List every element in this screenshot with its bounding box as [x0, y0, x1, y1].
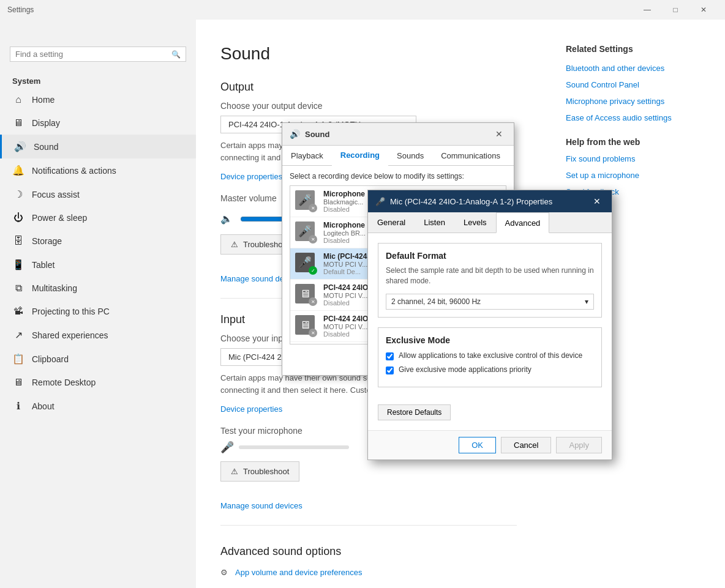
- output-device-properties-link[interactable]: Device properties: [220, 172, 282, 181]
- related-link-sound-control[interactable]: Sound Control Panel: [566, 80, 713, 89]
- sound-dialog-icon: 🔊: [290, 129, 300, 139]
- disabled-badge-pci424-2: ✕: [309, 329, 317, 337]
- sound-icon: 🔊: [14, 141, 26, 152]
- input-device-properties-link[interactable]: Device properties: [220, 404, 282, 414]
- disabled-badge-blackmagic: ✕: [309, 204, 317, 212]
- display-icon: 🖥: [12, 117, 24, 128]
- sliders-icon: ⚙: [220, 568, 228, 577]
- tab-playback[interactable]: Playback: [282, 146, 332, 165]
- input-troubleshoot-button[interactable]: ⚠ Troubleshoot: [220, 461, 299, 482]
- tab-sounds[interactable]: Sounds: [388, 146, 432, 165]
- power-icon: ⏻: [12, 212, 24, 223]
- help-link-microphone[interactable]: Set up a microphone: [566, 171, 713, 180]
- manage-sound-devices-link[interactable]: Manage sound devices: [220, 501, 302, 510]
- help-from-web-title: Help from the web: [566, 137, 713, 147]
- tab-communications[interactable]: Communications: [432, 146, 509, 165]
- sidebar-item-notifications[interactable]: 🔔 Notifications & actions: [0, 158, 196, 182]
- sidebar-item-sound[interactable]: 🔊 Sound: [0, 135, 196, 158]
- app-title: Settings: [7, 6, 34, 14]
- sidebar-item-label: Shared experiences: [32, 330, 108, 340]
- sidebar-search-container[interactable]: 🔍: [10, 47, 186, 62]
- sidebar-item-focus[interactable]: ☽ Focus assist: [0, 182, 196, 206]
- clipboard-icon: 📋: [12, 353, 24, 365]
- help-link-fix-sound[interactable]: Fix sound problems: [566, 154, 713, 163]
- sidebar-item-display[interactable]: 🖥 Display: [0, 111, 196, 135]
- sidebar-item-about[interactable]: ℹ About: [0, 394, 196, 418]
- cancel-button[interactable]: Cancel: [501, 437, 551, 453]
- notifications-icon: 🔔: [12, 165, 24, 176]
- sidebar: 🔍 System ⌂ Home 🖥 Display 🔊 Sound 🔔 Noti…: [0, 20, 196, 588]
- exclusive-control-label: Allow applications to take exclusive con…: [399, 351, 582, 360]
- recording-instruction: Select a recording device below to modif…: [290, 172, 506, 180]
- tab-advanced[interactable]: Advanced: [496, 212, 550, 233]
- sidebar-item-multitasking[interactable]: ⧉ Multitasking: [0, 277, 196, 300]
- sidebar-item-label: Storage: [32, 236, 62, 246]
- related-link-ease-access[interactable]: Ease of Access audio settings: [566, 113, 713, 122]
- sound-dialog-title: Sound: [305, 130, 329, 139]
- restore-defaults-button[interactable]: Restore Defaults: [378, 404, 451, 420]
- tab-general[interactable]: General: [368, 212, 415, 233]
- output-title: Output: [220, 81, 517, 94]
- sidebar-item-label: Tablet: [32, 260, 54, 270]
- related-link-microphone-privacy[interactable]: Microphone privacy settings: [566, 97, 713, 106]
- checkbox-row-exclusive: Allow applications to take exclusive con…: [386, 351, 594, 360]
- props-dialog-body: Default Format Select the sample rate an…: [368, 233, 612, 430]
- search-input[interactable]: [15, 50, 171, 59]
- disabled-badge-logitech: ✕: [309, 235, 317, 244]
- storage-icon: 🗄: [12, 236, 24, 247]
- sidebar-item-shared[interactable]: ↗ Shared experiences: [0, 323, 196, 347]
- sound-dialog-close-button[interactable]: ✕: [492, 128, 506, 140]
- exclusive-priority-checkbox[interactable]: [386, 367, 394, 374]
- sidebar-item-label: Focus assist: [32, 190, 80, 199]
- device-icon-pci424-1: 🖥 ✕: [295, 284, 317, 306]
- device-icon-pci424-2: 🖥 ✕: [295, 315, 317, 337]
- sidebar-item-label: Sound: [34, 142, 58, 152]
- title-bar: Settings — □ ✕: [0, 0, 725, 20]
- sidebar-item-storage[interactable]: 🗄 Storage: [0, 229, 196, 253]
- sound-dialog-title-bar: 🔊 Sound ✕: [282, 123, 514, 146]
- sidebar-item-label: About: [32, 401, 54, 411]
- format-dropdown[interactable]: 2 channel, 24 bit, 96000 Hz ▾: [386, 294, 594, 310]
- props-dialog-close-button[interactable]: ✕: [590, 195, 604, 207]
- sidebar-item-tablet[interactable]: 📱 Tablet: [0, 253, 196, 277]
- exclusive-control-checkbox[interactable]: [386, 352, 394, 360]
- format-value: 2 channel, 24 bit, 96000 Hz: [391, 297, 481, 306]
- sidebar-item-label: Home: [32, 95, 54, 105]
- close-button[interactable]: ✕: [689, 0, 718, 20]
- sound-dialog-tabs: Playback Recording Sounds Communications: [282, 146, 514, 166]
- tab-levels[interactable]: Levels: [454, 212, 496, 233]
- props-dialog-tabs: General Listen Levels Advanced: [368, 212, 612, 233]
- sidebar-item-clipboard[interactable]: 📋 Clipboard: [0, 347, 196, 371]
- tab-recording[interactable]: Recording: [332, 146, 388, 166]
- ok-button[interactable]: OK: [459, 437, 496, 453]
- tab-listen[interactable]: Listen: [415, 212, 454, 233]
- app-volume-row: ⚙ App volume and device preferences: [220, 565, 517, 579]
- mic-level-bar: [239, 445, 349, 449]
- input-troubleshoot-label: Troubleshoot: [243, 467, 289, 476]
- warning-icon-input: ⚠: [231, 467, 238, 476]
- properties-dialog: 🎤 Mic (PCI-424 24IO-1:Analog-A 1-2) Prop…: [367, 190, 612, 460]
- tablet-icon: 📱: [12, 259, 24, 270]
- minimize-button[interactable]: —: [633, 0, 661, 20]
- sidebar-item-home[interactable]: ⌂ Home: [0, 88, 196, 111]
- sidebar-item-projecting[interactable]: 📽 Projecting to this PC: [0, 300, 196, 323]
- advanced-section: Advanced sound options ⚙ App volume and …: [220, 545, 517, 579]
- device-icon-mic-pci: 🎤 ✓: [295, 253, 317, 275]
- disabled-badge-pci424-1: ✕: [309, 297, 317, 306]
- sidebar-section-label: System: [0, 72, 196, 88]
- page-title: Sound: [220, 44, 517, 64]
- sound-dialog-title-left: 🔊 Sound: [290, 129, 329, 139]
- sidebar-item-power[interactable]: ⏻ Power & sleep: [0, 206, 196, 229]
- search-icon: 🔍: [171, 50, 181, 59]
- related-link-bluetooth[interactable]: Bluetooth and other devices: [566, 64, 713, 73]
- choose-output-label: Choose your output device: [220, 101, 517, 111]
- sidebar-item-label: Notifications & actions: [32, 166, 116, 176]
- focus-icon: ☽: [12, 188, 24, 200]
- sidebar-item-remote[interactable]: 🖥 Remote Desktop: [0, 371, 196, 394]
- warning-icon: ⚠: [231, 240, 238, 249]
- home-icon: ⌂: [12, 94, 24, 105]
- maximize-button[interactable]: □: [661, 0, 689, 20]
- apply-button[interactable]: Apply: [556, 437, 602, 453]
- device-icon-blackmagic: 🎤 ✕: [295, 190, 317, 212]
- app-volume-link[interactable]: App volume and device preferences: [235, 568, 362, 577]
